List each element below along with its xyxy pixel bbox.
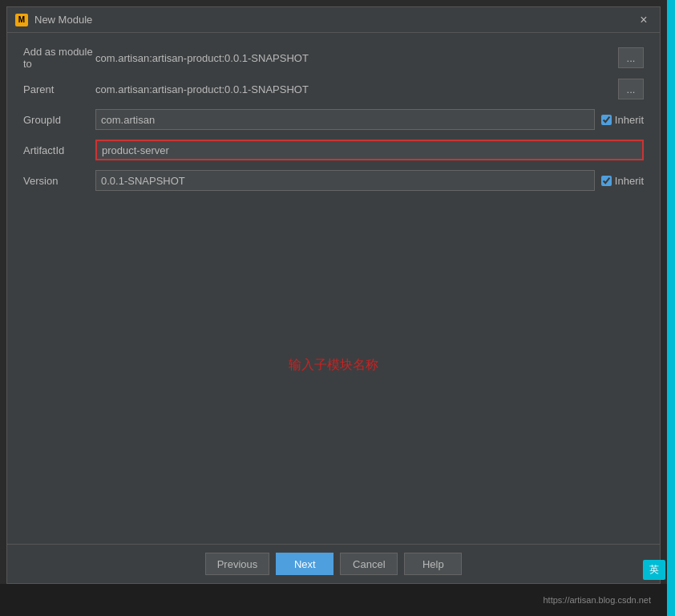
watermark-bar: https://artisan.blog.csdn.net [0,584,667,616]
version-label: Version [23,175,95,187]
title-bar: M New Module × [7,7,660,33]
parent-browse-button[interactable]: ... [618,79,644,99]
group-id-label: GroupId [23,114,95,126]
parent-row: Parent com.artisan:artisan-product:0.0.1… [23,78,644,100]
version-inherit-check: Inherit [601,175,644,187]
version-row: Version Inherit [23,169,644,192]
annotation-text: 输入子模块名称 [289,357,378,374]
group-id-inherit-checkbox[interactable] [601,115,612,125]
previous-button[interactable]: Previous [205,553,270,575]
artifact-id-input[interactable] [95,140,644,160]
group-id-inherit-label: Inherit [615,114,644,126]
parent-label: Parent [23,83,95,95]
annotation-area: 输入子模块名称 [23,200,644,531]
teal-sidebar [667,0,675,616]
version-inherit-checkbox[interactable] [601,176,612,186]
group-id-inherit-check: Inherit [601,114,644,126]
parent-value: com.artisan:artisan-product:0.0.1-SNAPSH… [95,83,613,95]
dialog-footer: Previous Next Cancel Help [7,544,660,583]
add-as-module-value: com.artisan:artisan-product:0.0.1-SNAPSH… [95,52,613,64]
add-as-module-browse-button[interactable]: ... [618,47,644,68]
dialog-icon: M [15,14,28,26]
watermark-text: https://artisan.blog.csdn.net [543,595,651,605]
dialog-title: New Module [34,14,636,26]
close-button[interactable]: × [636,12,652,28]
next-button[interactable]: Next [276,553,333,575]
artifact-id-label: ArtifactId [23,144,95,156]
overlay: M New Module × Add as module to com.arti… [0,0,675,616]
group-id-input[interactable] [95,109,595,130]
version-inherit-label: Inherit [615,175,644,187]
cancel-button[interactable]: Cancel [340,553,398,575]
version-input[interactable] [95,170,595,191]
add-as-module-label: Add as module to [23,46,95,70]
group-id-row: GroupId Inherit [23,108,644,131]
dialog-content: Add as module to com.artisan:artisan-pro… [7,33,660,544]
new-module-dialog: M New Module × Add as module to com.arti… [6,6,661,584]
artifact-id-row: ArtifactId [23,139,644,161]
add-as-module-row: Add as module to com.artisan:artisan-pro… [23,46,644,70]
help-button[interactable]: Help [404,553,462,575]
teal-badge: 英 [643,560,665,580]
